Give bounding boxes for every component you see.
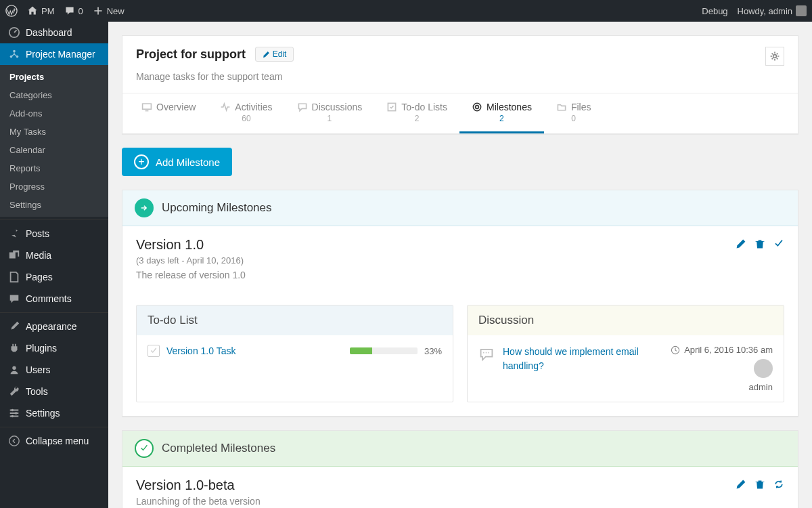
sidebar-item-plugins[interactable]: Plugins [0, 337, 108, 359]
sidebar-sub-progress[interactable]: Progress [0, 177, 108, 196]
project-settings-button[interactable] [765, 47, 784, 66]
comment-icon [64, 5, 75, 16]
milestone-description: The release of version 1.0 [136, 270, 784, 280]
tab-todo[interactable]: To-do Lists 2 [374, 93, 459, 133]
svg-point-7 [15, 412, 18, 415]
admin-sidebar: Dashboard Project Manager Projects Categ… [0, 22, 108, 508]
brush-icon [8, 320, 20, 333]
site-link[interactable]: PM [27, 5, 55, 16]
sidebar-item-users[interactable]: Users [0, 359, 108, 381]
sidebar-item-posts[interactable]: Posts [0, 223, 108, 245]
tab-milestones[interactable]: Milestones 2 [459, 93, 544, 133]
comments-link[interactable]: 0 [64, 5, 83, 16]
sidebar-sub-calendar[interactable]: Calendar [0, 141, 108, 159]
sidebar-item-tools[interactable]: Tools [0, 381, 108, 402]
add-milestone-button[interactable]: + Add Milestone [122, 148, 232, 176]
progress-bar [350, 347, 418, 354]
target-icon [472, 102, 482, 112]
dashboard-icon [8, 26, 20, 39]
arrow-right-icon [135, 198, 154, 217]
milestone-title: Version 1.0-beta [136, 478, 784, 493]
user-icon [8, 364, 20, 376]
comments-icon [8, 293, 20, 305]
todo-card: To-do List Version 1.0 Task 33% [136, 305, 453, 402]
check-icon [150, 347, 158, 355]
check-circle-icon [135, 439, 154, 458]
upcoming-section-header: Upcoming Milestones [122, 190, 798, 226]
reopen-milestone-button[interactable] [773, 479, 784, 490]
sidebar-sub-categories[interactable]: Categories [0, 86, 108, 104]
svg-point-6 [12, 409, 14, 412]
task-checkbox[interactable] [148, 345, 160, 357]
sidebar-item-comments[interactable]: Comments [0, 288, 108, 310]
chat-bubble-icon [478, 346, 495, 362]
svg-point-2 [13, 50, 16, 53]
debug-link[interactable]: Debug [702, 6, 727, 16]
project-description: Manage tasks for the support team [122, 66, 798, 93]
pencil-icon [263, 51, 270, 58]
svg-point-9 [9, 436, 19, 446]
svg-point-5 [12, 366, 16, 370]
sidebar-item-settings[interactable]: Settings [0, 402, 108, 424]
delete-milestone-button[interactable] [754, 479, 765, 490]
sidebar-item-project-manager[interactable]: Project Manager [0, 43, 108, 65]
pencil-icon [736, 479, 746, 490]
refresh-icon [773, 479, 784, 490]
complete-milestone-button[interactable] [773, 238, 784, 249]
activity-icon [220, 102, 231, 112]
monitor-icon [141, 102, 152, 112]
todo-card-header: To-do List [137, 305, 453, 335]
sidebar-sub-settings[interactable]: Settings [0, 196, 108, 214]
svg-point-10 [773, 55, 777, 58]
sidebar-item-dashboard[interactable]: Dashboard [0, 22, 108, 43]
trash-icon [754, 238, 765, 249]
check-icon [773, 238, 784, 249]
completed-section-header: Completed Milestones [122, 431, 798, 467]
new-link[interactable]: New [93, 5, 125, 16]
tab-overview[interactable]: Overview [129, 93, 208, 133]
sidebar-sub-mytasks[interactable]: My Tasks [0, 123, 108, 141]
discussion-card: Discussion How should we implement email… [467, 305, 784, 402]
plus-circle-icon: + [134, 154, 149, 169]
admin-topbar: PM 0 New Debug Howdy, admin [0, 0, 812, 22]
folder-icon [556, 102, 567, 112]
sidebar-sub-addons[interactable]: Add-ons [0, 104, 108, 123]
delete-milestone-button[interactable] [754, 238, 765, 249]
plugin-icon [8, 342, 20, 354]
edit-milestone-button[interactable] [736, 238, 746, 249]
milestone-title: Version 1.0 [136, 237, 784, 253]
sidebar-sub-projects[interactable]: Projects [0, 68, 108, 86]
discussion-timestamp: April 6, 2016 10:36 am [684, 345, 773, 355]
wp-logo[interactable] [5, 5, 18, 17]
svg-point-8 [12, 415, 14, 418]
home-icon [27, 5, 38, 16]
tab-discussions[interactable]: Discussions 1 [285, 93, 375, 133]
wrench-icon [8, 385, 20, 398]
project-icon [8, 48, 20, 60]
pin-icon [8, 228, 20, 240]
page-icon [8, 271, 20, 283]
collapse-menu[interactable]: Collapse menu [0, 430, 108, 452]
sidebar-sub-reports[interactable]: Reports [0, 159, 108, 177]
sidebar-item-media[interactable]: Media [0, 245, 108, 266]
sidebar-item-pages[interactable]: Pages [0, 266, 108, 288]
tab-activities[interactable]: Activities 60 [208, 93, 284, 133]
account-link[interactable]: Howdy, admin [738, 5, 807, 16]
svg-rect-11 [143, 104, 152, 109]
project-title: Project for support [136, 47, 246, 61]
trash-icon [754, 479, 765, 490]
gear-icon [769, 51, 780, 62]
discussion-card-header: Discussion [468, 305, 784, 335]
discussion-author: admin [749, 382, 773, 392]
progress-text: 33% [424, 346, 442, 356]
avatar-icon [754, 359, 773, 378]
edit-milestone-button[interactable] [736, 479, 746, 490]
sidebar-item-appearance[interactable]: Appearance [0, 316, 108, 337]
milestone-description: Launching of the beta version [136, 496, 784, 507]
edit-project-button[interactable]: Edit [255, 47, 294, 62]
collapse-icon [8, 435, 20, 447]
discussion-link[interactable]: How should we implement email handling? [503, 345, 662, 392]
tab-files[interactable]: Files 0 [544, 93, 604, 133]
media-icon [8, 249, 20, 261]
task-link[interactable]: Version 1.0 Task [166, 345, 235, 356]
